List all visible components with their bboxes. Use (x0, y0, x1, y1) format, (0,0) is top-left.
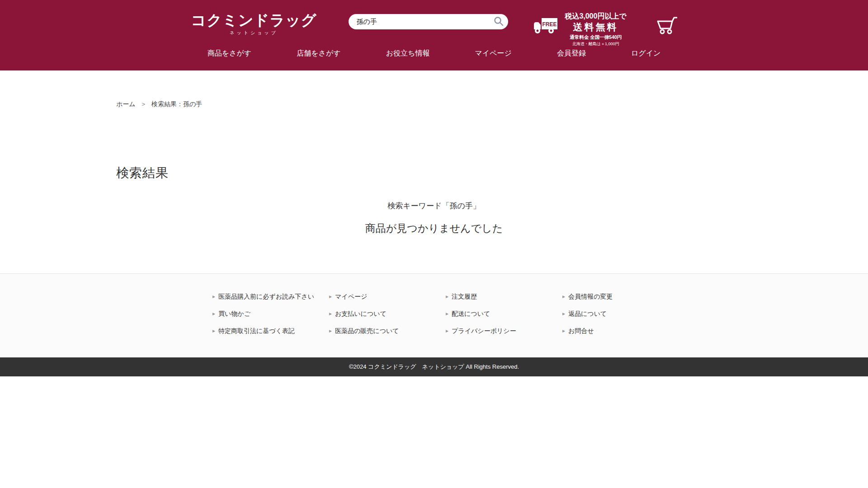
breadcrumb-home-link[interactable]: ホーム (116, 100, 136, 108)
footer-link-order-history[interactable]: 注文履歴 (452, 293, 477, 300)
footer-link-medicine-sales[interactable]: 医薬品の販売について (335, 327, 399, 334)
list-item: ▸お支払いについて (329, 310, 446, 318)
nav-item-stores[interactable]: 店舗をさがす (297, 49, 341, 58)
cart-button[interactable] (655, 15, 677, 37)
shipping-normal-fee: 通常料金 全国一律540円 (562, 34, 630, 41)
arrow-bullet-icon: ▸ (329, 293, 332, 300)
arrow-bullet-icon: ▸ (446, 293, 448, 300)
list-item: ▸お問合せ (562, 327, 679, 335)
no-result-message: 商品が見つかりませんでした (0, 221, 868, 235)
copyright-text: ©2024 コクミンドラッグ ネットショップ All Rights Reserv… (349, 363, 519, 371)
footer-link-commerce-law[interactable]: 特定商取引法に基づく表記 (218, 327, 295, 334)
footer-link-columns: ▸医薬品購入前に必ずお読み下さい ▸買い物かご ▸特定商取引法に基づく表記 ▸マ… (212, 293, 868, 344)
cart-icon (655, 30, 677, 37)
footer-column-4: ▸会員情報の変更 ▸返品について ▸お問合せ (562, 293, 679, 344)
arrow-bullet-icon: ▸ (329, 328, 332, 334)
footer-link-mypage[interactable]: マイページ (335, 293, 367, 300)
arrow-bullet-icon: ▸ (446, 310, 448, 317)
header-top: コクミンドラッグ ネットショップ FREE (0, 0, 868, 45)
free-shipping-text: 税込3,000円以上で 送料無料 通常料金 全国一律540円 北海道・離島は＋1… (562, 12, 630, 47)
breadcrumb: ホーム > 検索結果：孫の手 (116, 100, 868, 108)
main-navigation: 商品をさがす 店舗をさがす お役立ち情報 マイページ 会員登録 ログイン (0, 45, 868, 58)
shipping-threshold: 税込3,000円以上で (562, 12, 630, 21)
nav-item-register[interactable]: 会員登録 (557, 49, 586, 58)
search-form (349, 14, 508, 29)
site-logo-subtitle: ネットショップ (230, 30, 278, 36)
footer-link-contact[interactable]: お問合せ (568, 327, 594, 334)
nav-item-tips[interactable]: お役立ち情報 (386, 49, 430, 58)
breadcrumb-separator: > (142, 101, 146, 108)
shipping-free-label: 送料無料 (562, 21, 630, 33)
arrow-bullet-icon: ▸ (212, 310, 215, 317)
copyright-bar: ©2024 コクミンドラッグ ネットショップ All Rights Reserv… (0, 357, 868, 376)
site-header: コクミンドラッグ ネットショップ FREE (0, 0, 868, 70)
arrow-bullet-icon: ▸ (329, 310, 332, 317)
arrow-bullet-icon: ▸ (562, 310, 565, 317)
footer-column-3: ▸注文履歴 ▸配送について ▸プライバシーポリシー (446, 293, 562, 344)
list-item: ▸医薬品の販売について (329, 327, 446, 335)
footer-link-delivery[interactable]: 配送について (452, 310, 490, 317)
page-title: 検索結果 (116, 164, 868, 182)
list-item: ▸医薬品購入前に必ずお読み下さい (212, 293, 329, 301)
list-item: ▸配送について (446, 310, 562, 318)
list-item: ▸マイページ (329, 293, 446, 301)
main-content: ホーム > 検索結果：孫の手 検索結果 検索キーワード「孫の手」 商品が見つかり… (0, 70, 868, 273)
list-item: ▸会員情報の変更 (562, 293, 679, 301)
nav-item-login[interactable]: ログイン (631, 49, 661, 58)
list-item: ▸返品について (562, 310, 679, 318)
free-shipping-truck-icon: FREE (533, 17, 558, 37)
arrow-bullet-icon: ▸ (212, 293, 215, 300)
list-item: ▸特定商取引法に基づく表記 (212, 327, 329, 335)
shipping-remote-fee: 北海道・離島は＋1,000円 (562, 41, 630, 47)
breadcrumb-current: 検索結果：孫の手 (151, 100, 202, 108)
footer-column-1: ▸医薬品購入前に必ずお読み下さい ▸買い物かご ▸特定商取引法に基づく表記 (212, 293, 329, 344)
footer-link-privacy-policy[interactable]: プライバシーポリシー (452, 327, 516, 334)
arrow-bullet-icon: ▸ (212, 328, 215, 334)
footer-link-returns[interactable]: 返品について (568, 310, 607, 317)
nav-item-products[interactable]: 商品をさがす (208, 49, 252, 58)
arrow-bullet-icon: ▸ (446, 328, 448, 334)
free-badge-label: FREE (542, 21, 557, 28)
search-input[interactable] (349, 14, 508, 29)
list-item: ▸注文履歴 (446, 293, 562, 301)
arrow-bullet-icon: ▸ (562, 328, 565, 334)
search-keyword-line: 検索キーワード「孫の手」 (0, 201, 868, 211)
list-item: ▸買い物かご (212, 310, 329, 318)
search-result-messages: 検索キーワード「孫の手」 商品が見つかりませんでした (0, 201, 868, 235)
nav-item-mypage[interactable]: マイページ (475, 49, 512, 58)
free-shipping-banner: FREE 税込3,000円以上で 送料無料 通常料金 全国一律540円 北海道・… (533, 12, 630, 47)
site-footer: ▸医薬品購入前に必ずお読み下さい ▸買い物かご ▸特定商取引法に基づく表記 ▸マ… (0, 273, 868, 357)
footer-link-payment[interactable]: お支払いについて (335, 310, 387, 317)
footer-link-member-info[interactable]: 会員情報の変更 (568, 293, 613, 300)
list-item: ▸プライバシーポリシー (446, 327, 562, 335)
footer-link-cart[interactable]: 買い物かご (218, 310, 250, 317)
arrow-bullet-icon: ▸ (562, 293, 565, 300)
footer-column-2: ▸マイページ ▸お支払いについて ▸医薬品の販売について (329, 293, 446, 344)
search-icon (493, 21, 504, 28)
site-logo-title: コクミンドラッグ (191, 13, 316, 28)
search-button[interactable] (492, 15, 505, 28)
site-logo[interactable]: コクミンドラッグ ネットショップ (191, 13, 316, 36)
footer-link-medicine-notice[interactable]: 医薬品購入前に必ずお読み下さい (218, 293, 314, 300)
